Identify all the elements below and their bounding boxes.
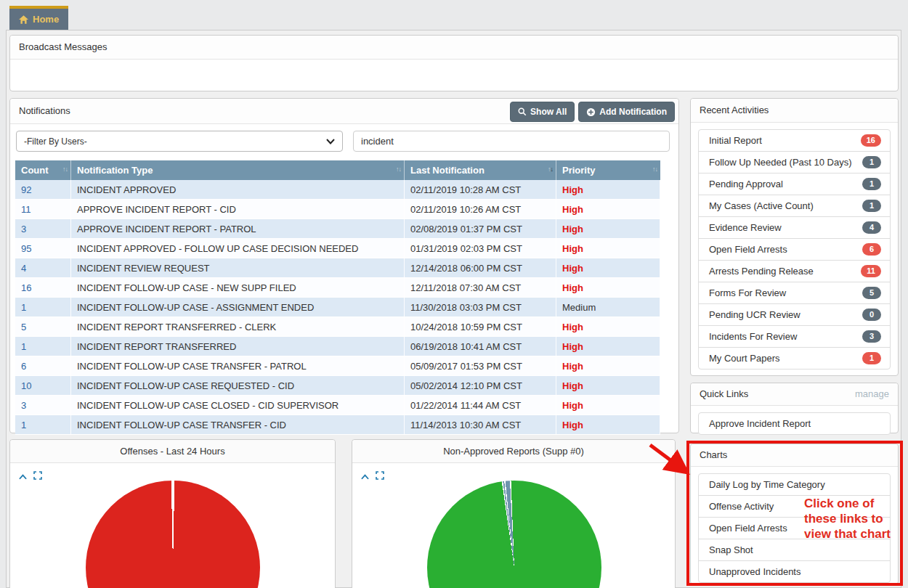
activity-link[interactable]: Forms For Review 5 bbox=[698, 282, 891, 304]
count-link[interactable]: 1 bbox=[15, 298, 71, 317]
quick-link[interactable]: Approve Incident Report bbox=[698, 412, 891, 435]
table-row: 1 INCIDENT FOLLOW-UP CASE TRANSFER - CID… bbox=[15, 415, 660, 435]
activity-link[interactable]: Initial Report 16 bbox=[698, 129, 891, 152]
offenses-chart-title: Offenses - Last 24 Hours bbox=[10, 440, 335, 463]
count-badge: 6 bbox=[862, 243, 881, 256]
count-link[interactable]: 95 bbox=[15, 239, 71, 258]
activity-link[interactable]: Open Field Arrests 6 bbox=[698, 238, 891, 261]
count-link[interactable]: 6 bbox=[15, 356, 71, 375]
activity-label: Pending UCR Review bbox=[709, 309, 800, 320]
notification-type-cell: INCIDENT FOLLOW-UP CASE TRANSFER - CID bbox=[71, 415, 405, 434]
chart-link[interactable]: Open Field Arrests bbox=[698, 517, 891, 539]
notification-type-cell: INCIDENT REVIEW REQUEST bbox=[71, 258, 405, 277]
table-row: 6 INCIDENT FOLLOW-UP CASE TRANSFER - PAT… bbox=[15, 356, 660, 376]
count-badge: 1 bbox=[862, 200, 881, 212]
count-link[interactable]: 3 bbox=[15, 219, 71, 238]
non-approved-chart-panel: Non-Approved Reports (Supp #0) bbox=[352, 439, 676, 588]
count-link[interactable]: 3 bbox=[15, 396, 71, 415]
count-link[interactable]: 10 bbox=[15, 376, 71, 395]
activity-link[interactable]: Arrests Pending Release 11 bbox=[698, 260, 891, 282]
count-link[interactable]: 4 bbox=[15, 258, 71, 277]
last-notification-cell: 05/09/2017 01:53 PM CST bbox=[405, 356, 556, 375]
notification-type-cell: INCIDENT REPORT TRANSFERRED - CLERK bbox=[71, 317, 405, 336]
notifications-table-header: Count ↑↓ Notification Type ↑↓ Last Notif… bbox=[15, 160, 660, 180]
count-link[interactable]: 1 bbox=[15, 415, 71, 434]
activity-label: Pending Approval bbox=[709, 179, 783, 189]
charts-title: Charts bbox=[691, 444, 898, 467]
table-row: 4 INCIDENT REVIEW REQUEST 12/14/2018 06:… bbox=[15, 258, 660, 278]
count-link[interactable]: 92 bbox=[15, 180, 71, 199]
plus-circle-icon bbox=[586, 107, 596, 117]
notification-type-cell: APPROVE INCIDENT REPORT - CID bbox=[71, 200, 405, 219]
chart-link[interactable]: Unapproved Incidents bbox=[698, 560, 891, 583]
expand-icon[interactable] bbox=[33, 470, 42, 483]
activity-link[interactable]: Incidents For Review 3 bbox=[698, 325, 891, 348]
activity-link[interactable]: Pending Approval 1 bbox=[698, 173, 891, 195]
last-notification-cell: 11/30/2018 03:03 PM CST bbox=[405, 298, 556, 317]
priority-cell: High bbox=[556, 376, 660, 395]
notification-type-cell: INCIDENT FOLLOW-UP CASE - ASSIGNMENT END… bbox=[71, 298, 405, 317]
broadcast-messages-panel: Broadcast Messages bbox=[9, 35, 899, 91]
count-link[interactable]: 11 bbox=[15, 200, 71, 219]
notification-type-cell: INCIDENT FOLLOW-UP CASE - NEW SUPP FILED bbox=[71, 278, 405, 297]
chart-link[interactable]: Offense Activity bbox=[698, 495, 891, 518]
priority-cell: High bbox=[556, 239, 660, 258]
show-all-button[interactable]: Show All bbox=[510, 102, 575, 122]
activity-link[interactable]: My Cases (Active Count) 1 bbox=[698, 195, 891, 217]
manage-link[interactable]: manage bbox=[855, 383, 889, 405]
count-badge: 16 bbox=[861, 134, 881, 147]
count-link[interactable]: 5 bbox=[15, 317, 71, 336]
count-link[interactable]: 16 bbox=[15, 278, 71, 297]
priority-cell: High bbox=[556, 258, 660, 277]
priority-cell: High bbox=[556, 219, 660, 238]
search-input[interactable] bbox=[353, 131, 670, 152]
activity-link[interactable]: Evidence Review 4 bbox=[698, 216, 891, 239]
dashboard-page: Home Broadcast Messages Notifications Sh… bbox=[0, 0, 908, 588]
tab-home[interactable]: Home bbox=[9, 6, 68, 30]
activity-link[interactable]: My Court Papers 1 bbox=[698, 347, 891, 369]
table-row: 1 INCIDENT FOLLOW-UP CASE - ASSIGNMENT E… bbox=[15, 298, 660, 317]
notifications-table-body: 92 INCIDENT APPROVED 02/11/2019 10:28 AM… bbox=[15, 180, 660, 435]
last-notification-cell: 05/02/2014 12:10 PM CST bbox=[405, 376, 556, 395]
table-row: 95 INCIDENT APPROVED - FOLLOW UP CASE DE… bbox=[15, 239, 660, 258]
last-notification-cell: 02/08/2019 01:37 PM CST bbox=[405, 219, 556, 238]
activity-link[interactable]: Follow Up Needed (Past 10 Days) 1 bbox=[698, 151, 891, 173]
last-notification-cell: 11/14/2013 10:30 AM CST bbox=[405, 415, 556, 434]
priority-cell: High bbox=[556, 356, 660, 375]
notifications-panel: Notifications Show All Add Notification … bbox=[9, 98, 679, 433]
count-badge: 4 bbox=[862, 221, 881, 234]
header-notification-type[interactable]: Notification Type ↑↓ bbox=[71, 160, 405, 180]
chart-link[interactable]: Snap Shot bbox=[698, 539, 891, 561]
header-priority[interactable]: Priority ↑↓ bbox=[556, 160, 660, 180]
priority-cell: High bbox=[556, 200, 660, 219]
offenses-pie-chart bbox=[86, 481, 260, 588]
priority-cell: High bbox=[556, 278, 660, 297]
expand-icon[interactable] bbox=[376, 470, 384, 483]
tab-bar: Home bbox=[9, 6, 68, 30]
table-row: 3 INCIDENT FOLLOW-UP CASE CLOSED - CID S… bbox=[15, 396, 660, 415]
quick-links-title: Quick Links bbox=[700, 388, 748, 399]
chart-link[interactable]: Daily Log by Time Category bbox=[698, 473, 891, 496]
filter-users-select[interactable]: -Filter By Users- bbox=[16, 131, 343, 152]
priority-cell: High bbox=[556, 415, 660, 434]
add-notification-button[interactable]: Add Notification bbox=[578, 102, 675, 122]
collapse-icon[interactable] bbox=[19, 470, 27, 483]
notification-type-cell: INCIDENT FOLLOW-UP CASE TRANSFER - PATRO… bbox=[71, 356, 405, 375]
count-badge: 3 bbox=[862, 330, 881, 343]
sort-icon-active: ↑↓ bbox=[548, 166, 553, 173]
notification-type-cell: INCIDENT APPROVED bbox=[71, 180, 405, 199]
search-icon bbox=[518, 107, 527, 116]
notification-type-cell: INCIDENT REPORT TRANSFERRED bbox=[71, 337, 405, 356]
collapse-icon[interactable] bbox=[361, 470, 369, 483]
count-link[interactable]: 1 bbox=[15, 337, 71, 356]
header-last-notification[interactable]: Last Notification ↑↓ bbox=[405, 160, 556, 180]
quick-links-panel: Quick Links manage Approve Incident Repo… bbox=[690, 383, 899, 433]
non-approved-pie-chart bbox=[427, 481, 601, 588]
priority-cell: High bbox=[556, 317, 660, 336]
activity-label: Initial Report bbox=[709, 135, 762, 146]
activity-link[interactable]: Pending UCR Review 0 bbox=[698, 303, 891, 326]
non-approved-chart-title: Non-Approved Reports (Supp #0) bbox=[352, 440, 675, 463]
activity-label: Forms For Review bbox=[709, 287, 786, 298]
count-badge: 1 bbox=[862, 352, 881, 364]
header-count[interactable]: Count ↑↓ bbox=[15, 160, 71, 180]
